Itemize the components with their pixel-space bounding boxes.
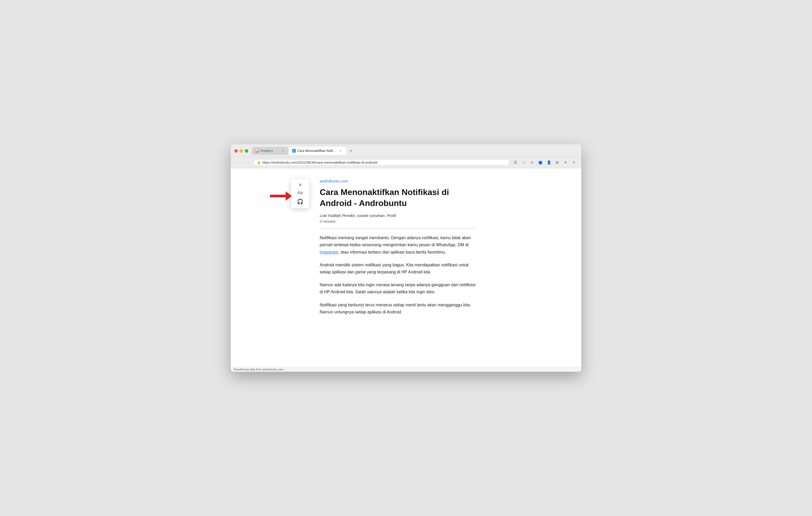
arrow-head [286, 191, 292, 201]
status-bar: Transferring data from androbuntu.com... [231, 367, 581, 372]
tab-androbuntu-label: Cara Menonaktifkan Notifikasi d... [297, 149, 337, 153]
androbuntu-favicon-icon: A [292, 149, 296, 153]
tab-androbuntu-close-button[interactable]: ✕ [338, 149, 342, 153]
reader-popup-audio-button[interactable]: 🎧 [291, 198, 309, 206]
close-icon-button[interactable]: ✕ [562, 159, 569, 166]
address-bar: ← → 🔒 https://androbuntu.com/2021/06/30/… [231, 157, 581, 168]
menu-button[interactable]: ≡ [570, 159, 578, 166]
title-bar-top: 📊 Analytics ✕ A Cara Menonaktifkan Notif… [234, 147, 578, 155]
close-window-button[interactable] [234, 149, 238, 153]
article-read-time: 3 minutes [320, 219, 476, 223]
status-text: Transferring data from androbuntu.com... [233, 368, 286, 371]
zoom-button[interactable]: ⊙ [528, 159, 536, 166]
instagram-link[interactable]: Instagram [320, 250, 338, 254]
reader-popup-close-button[interactable]: ✕ [291, 181, 309, 188]
article-title: Cara Menonaktifkan Notifikasi di Android… [320, 187, 476, 209]
article-paragraph-1: Notifikasi memang sangat membantu. Denga… [320, 234, 476, 256]
paragraph-1-text-after: , atau informasi terbaru dari aplikasi b… [338, 250, 446, 254]
tab-analytics-close-button[interactable]: ✕ [281, 149, 285, 153]
red-arrow-indicator [270, 191, 292, 201]
account-button[interactable]: 👤 [545, 159, 552, 166]
paragraph-2-text-after: yang terpasang di HP Android kita. [366, 270, 431, 274]
tab-analytics-label: Analytics [260, 149, 279, 153]
browser-window: 📊 Analytics ✕ A Cara Menonaktifkan Notif… [231, 144, 581, 372]
extensions-button[interactable]: ⊞ [554, 159, 561, 166]
traffic-lights [234, 149, 248, 153]
paragraph-2-italic-game: game [355, 270, 366, 274]
site-link[interactable]: androbuntu.com [320, 179, 476, 183]
arrow-body [270, 195, 286, 198]
forward-button[interactable]: → [244, 159, 251, 166]
article-paragraph-3: Namun ada kalanya kita ingin merasa tena… [320, 281, 476, 295]
tabs-row: 📊 Analytics ✕ A Cara Menonaktifkan Notif… [252, 147, 578, 155]
reader-popup-text-size-button[interactable]: Aa [291, 189, 309, 196]
bookmark-button[interactable]: ☆ [520, 159, 527, 166]
page-content: ✕ Aa 🎧 androbuntu.com Cara Menonaktifkan… [231, 168, 581, 367]
lock-icon: 🔒 [257, 161, 261, 164]
reader-view-button[interactable]: ☰ [512, 159, 519, 166]
reader-popup: ✕ Aa 🎧 [291, 179, 309, 208]
analytics-favicon-icon: 📊 [256, 149, 259, 152]
url-text: https://androbuntu.com/2021/06/30/cara-m… [262, 160, 377, 164]
content-area: ✕ Aa 🎧 androbuntu.com Cara Menonaktifkan… [231, 168, 492, 367]
add-tab-button[interactable]: + [347, 147, 354, 154]
back-button[interactable]: ← [234, 159, 242, 166]
paragraph-1-text-before: Notifikasi memang sangat membantu. Denga… [320, 236, 471, 247]
minimize-window-button[interactable] [240, 149, 243, 153]
article-paragraph-4: Notifikasi yang berbunyi terus menerus s… [320, 301, 476, 315]
article-author: Loki Fadilah Pemikir, cowok rumahan. Pro… [320, 213, 476, 218]
article-paragraph-2: Android memiliki sistem notifikasi yang … [320, 262, 476, 275]
tab-androbuntu[interactable]: A Cara Menonaktifkan Notifikasi d... ✕ [289, 147, 346, 155]
browser-actions: ☰ ☆ ⊙ ⬤ 👤 ⊞ ✕ ≡ [512, 159, 578, 166]
maximize-window-button[interactable] [245, 149, 248, 153]
url-bar[interactable]: 🔒 https://androbuntu.com/2021/06/30/cara… [253, 159, 510, 166]
article-divider [320, 228, 476, 229]
tab-analytics[interactable]: 📊 Analytics ✕ [252, 147, 289, 155]
extension1-button[interactable]: ⬤ [537, 159, 544, 166]
title-bar: 📊 Analytics ✕ A Cara Menonaktifkan Notif… [231, 144, 581, 157]
